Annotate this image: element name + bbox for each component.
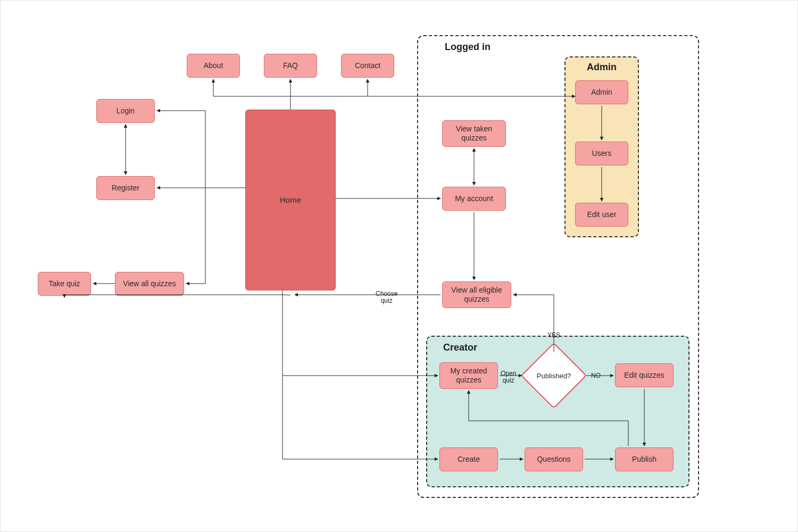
node-admin: Admin [575, 80, 628, 104]
group-logged-in-title: Logged in [445, 41, 491, 53]
node-edit-user: Edit user [575, 203, 628, 227]
node-faq: FAQ [264, 54, 317, 78]
label-no: NO [591, 372, 601, 379]
node-view-all-quizzes: View all quizzes [115, 272, 184, 296]
node-view-eligible: View all eligible quizzes [442, 281, 511, 308]
label-open-quiz: Open quiz [501, 370, 516, 384]
group-creator-title: Creator [443, 342, 477, 353]
node-my-created: My created quizzes [439, 362, 498, 389]
group-admin-title: Admin [587, 62, 617, 73]
node-my-account: My account [442, 187, 506, 211]
node-questions: Questions [525, 447, 583, 471]
diagram-canvas: Logged in Admin Creator About FAQ Contac… [0, 0, 798, 532]
node-publish: Publish [615, 447, 674, 471]
node-contact: Contact [341, 54, 394, 78]
node-login: Login [96, 99, 155, 123]
node-edit-quizzes: Edit quizzes [615, 363, 674, 387]
node-users: Users [575, 142, 628, 165]
node-home: Home [245, 110, 336, 290]
node-published-decision: Published? [522, 354, 586, 397]
label-yes: YES [547, 332, 560, 339]
node-about: About [187, 54, 240, 78]
node-take-quiz: Take quiz [38, 272, 91, 296]
node-published-decision-label: Published? [537, 372, 571, 380]
node-create: Create [439, 447, 498, 471]
node-register: Register [96, 176, 155, 200]
node-view-taken: View taken quizzes [442, 120, 506, 147]
label-choose-quiz: Choose quiz [376, 290, 397, 304]
